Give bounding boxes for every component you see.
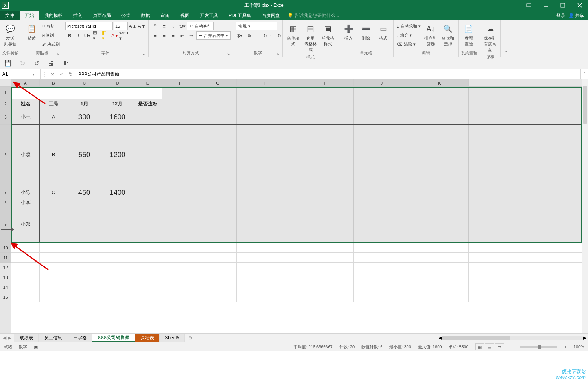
col-header-E[interactable]: E (134, 79, 161, 86)
align-bottom-icon[interactable]: ⤓ (169, 22, 177, 30)
font-color-button[interactable]: A ▾ (111, 31, 119, 40)
cell[interactable] (161, 253, 199, 262)
cell[interactable] (101, 253, 134, 262)
cell[interactable] (68, 263, 101, 272)
cell[interactable]: XXX公司产品销售额 (11, 87, 161, 98)
cell[interactable] (354, 253, 410, 262)
cell[interactable] (237, 282, 295, 292)
cell[interactable] (237, 243, 295, 252)
cell[interactable] (161, 185, 199, 200)
autosum-button[interactable]: Σ自动求和 ▾ (396, 22, 421, 30)
cell[interactable]: 450 (68, 185, 101, 200)
cell[interactable] (134, 263, 161, 272)
cell[interactable] (68, 282, 101, 292)
cell[interactable] (354, 263, 410, 272)
currency-icon[interactable]: $▾ (236, 31, 244, 40)
cell[interactable] (40, 200, 68, 205)
cell[interactable] (161, 109, 199, 124)
cell[interactable]: 小赵 (11, 125, 40, 185)
tab-baidu[interactable]: 百度网盘 (256, 11, 285, 20)
cell[interactable] (237, 205, 295, 243)
increase-decimal-icon[interactable]: .0→ (263, 31, 271, 40)
save-baidu-button[interactable]: ☁保存到 百度网盘 (482, 22, 498, 53)
cell[interactable] (410, 243, 469, 252)
row-header-2[interactable]: 2 (0, 98, 11, 109)
col-header-D[interactable]: D (101, 79, 134, 86)
alignment-launcher-icon[interactable]: ⬊ (227, 52, 230, 56)
cell[interactable] (68, 205, 101, 243)
invoice-check-button[interactable]: 📄发票 查验 (461, 22, 477, 48)
cell[interactable] (410, 282, 469, 292)
cell[interactable]: 是否达标 (134, 98, 161, 109)
cell[interactable] (11, 263, 40, 272)
ribbon-display-icon[interactable] (520, 0, 537, 11)
zoom-level[interactable]: 100% (574, 345, 584, 349)
minimize-icon[interactable] (537, 0, 554, 11)
cell[interactable] (410, 205, 469, 243)
tab-view[interactable]: 视图 (175, 11, 195, 20)
cell[interactable] (199, 243, 237, 252)
cell[interactable] (68, 253, 101, 262)
cell[interactable] (40, 292, 68, 302)
cell[interactable] (237, 263, 295, 272)
cell[interactable] (410, 125, 469, 185)
sheet-tab-4[interactable]: XXX公司销售额 (92, 334, 135, 342)
cell[interactable] (101, 205, 134, 243)
sheet-tab-5[interactable]: 课程表 (135, 334, 160, 342)
col-header-J[interactable]: J (354, 79, 410, 86)
find-select-button[interactable]: 🔍查找和选择 (440, 22, 456, 48)
cell[interactable] (410, 272, 469, 282)
cell[interactable]: 小李 (11, 200, 40, 205)
cell[interactable] (354, 185, 410, 200)
cell[interactable] (354, 292, 410, 302)
cell[interactable] (199, 205, 237, 243)
page-layout-view-icon[interactable]: ▤ (485, 343, 494, 350)
clear-button[interactable]: ⌫清除 ▾ (396, 40, 421, 48)
format-cells-button[interactable]: ▭格式 (375, 22, 391, 42)
number-format-select[interactable]: 常规 ▾ (236, 22, 277, 30)
row-header-12[interactable]: 12 (0, 263, 11, 272)
cell[interactable]: 12月 (101, 98, 134, 109)
align-left-icon[interactable]: ≡ (151, 31, 159, 40)
decrease-indent-icon[interactable]: ⇤ (178, 31, 186, 40)
formula-input[interactable]: XXX公司产品销售额 (75, 69, 580, 79)
cell[interactable] (101, 272, 134, 282)
row-header-13[interactable]: 13 (0, 272, 11, 282)
cell[interactable] (199, 263, 237, 272)
normal-view-icon[interactable]: ▦ (475, 343, 484, 350)
cell[interactable] (161, 272, 199, 282)
cell[interactable] (295, 109, 354, 124)
cell[interactable]: 1月 (68, 98, 101, 109)
cell[interactable] (134, 272, 161, 282)
delete-cells-button[interactable]: ➖删除 (358, 22, 374, 42)
cell[interactable] (68, 292, 101, 302)
cell[interactable] (40, 272, 68, 282)
cell[interactable] (199, 253, 237, 262)
cell[interactable]: A (40, 109, 68, 124)
cell[interactable] (101, 263, 134, 272)
bold-button[interactable]: B (65, 31, 74, 40)
tell-me-search[interactable]: 💡 告诉我您想要做什么... (285, 11, 339, 20)
qat-redo-icon[interactable]: ↻ (18, 59, 26, 68)
cell[interactable] (11, 292, 40, 302)
col-header-G[interactable]: G (199, 79, 237, 86)
cell[interactable] (295, 200, 354, 205)
cell[interactable] (134, 253, 161, 262)
cell-styles-button[interactable]: ▣单元格样式 (320, 22, 336, 48)
cell[interactable] (237, 292, 295, 302)
cell[interactable] (161, 282, 199, 292)
login-link[interactable]: 登录 (556, 12, 565, 19)
col-header-B[interactable]: B (40, 79, 68, 86)
cell[interactable] (410, 109, 469, 124)
cell[interactable] (134, 185, 161, 200)
accept-formula-icon[interactable]: ✓ (58, 72, 65, 77)
row-header-10[interactable]: 10 (0, 243, 11, 253)
percent-icon[interactable]: % (245, 31, 253, 40)
comma-icon[interactable]: , (254, 31, 262, 40)
cell[interactable] (199, 292, 237, 302)
sheet-tab-2[interactable]: 员工信息 (39, 334, 68, 342)
row-header-11[interactable]: 11 (0, 253, 11, 263)
increase-indent-icon[interactable]: ⇥ (187, 31, 195, 40)
tab-insert[interactable]: 插入 (68, 11, 88, 20)
cell[interactable] (237, 87, 295, 98)
